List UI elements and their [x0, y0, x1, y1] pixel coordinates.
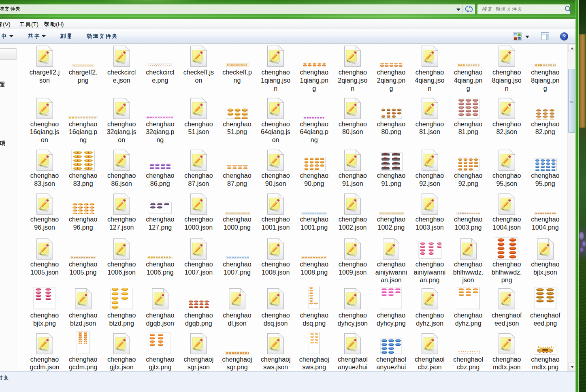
svg-text:?: ? [563, 33, 566, 40]
